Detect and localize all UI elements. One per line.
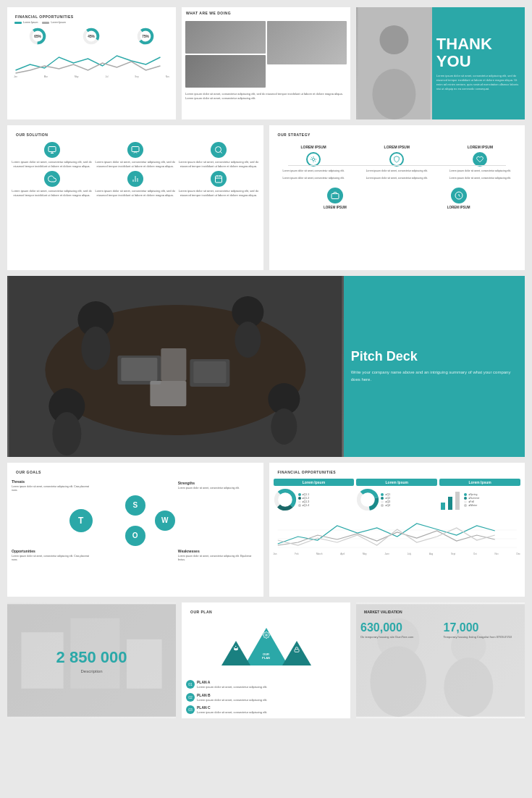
fin2-legend-item-1-1: ●Q1.1 [298, 493, 310, 496]
solution-icon-circle-3 [211, 142, 227, 158]
fin2-dot-3-2 [464, 497, 467, 500]
solution-item-2: Lorem ipsum dolor sit amet, consectetur … [95, 142, 175, 168]
solution-icons-grid: Lorem ipsum dolor sit amet, consectetur … [12, 142, 259, 197]
solution-icon-circle-4 [44, 171, 60, 187]
legend-color-2 [42, 22, 49, 24]
plan-center-triangle: OUR PLAN [245, 628, 288, 665]
fin2-donut-svg-2 [356, 488, 379, 511]
donut-svg-3: 75% [135, 26, 156, 46]
threats-title: Threats [12, 479, 93, 484]
strategy-bottom-icon-1 [331, 191, 339, 200]
fin2-legend-item-2-2: ●Q2 [381, 497, 390, 500]
solution-icon-circle-1 [44, 142, 60, 158]
fin2-chart-row: ●Q1.1 ●Q1.2 ●Q1.3 ●Q1.4 ●Q1 ●Q2 ●Q3 ●Q4 [274, 488, 521, 511]
fin2-legend-item-3-4: ●Winter [464, 504, 479, 507]
plan-item-2: 02 PLAN B Lorem ipsum dolor sit amet, co… [186, 693, 346, 702]
strategy-bottom-icon-2 [455, 191, 463, 200]
plan-item-3: 03 PLAN C Lorem ipsum dolor sit amet, co… [186, 705, 346, 715]
svg-text:75%: 75% [142, 35, 149, 38]
solution-text-4: Lorem ipsum dolor sit amet, consectetur … [12, 189, 92, 197]
plan-text-2: PLAN B Lorem ipsum dolor sit amet, conse… [197, 693, 267, 702]
fin2-dot-1-1 [298, 493, 301, 496]
fin2-legend-item-3-2: ●Summer [464, 497, 479, 500]
strengths-text: Lorem ipsum dolor sit amet, consectetur … [178, 487, 259, 490]
svg-rect-51 [448, 497, 452, 510]
strategy-label-3: LOREM IPSUM [468, 145, 493, 149]
legend-item-2: Lorem Ipsum [42, 21, 65, 24]
line-chart-1 [11, 50, 172, 75]
market-content-block: MARKET VALIDATION 630,000 On temporary h… [360, 606, 520, 639]
donut-chart-1: 65% [28, 26, 48, 46]
solution-text-5: Lorem ipsum dolor sit amet, consectetur … [95, 189, 175, 197]
fin2-legend-item-1-4: ●Q1.4 [298, 504, 310, 507]
fin2-legend-2: ●Q1 ●Q2 ●Q3 ●Q4 [381, 493, 390, 507]
solution-item-6: Lorem ipsum dolor sit amet, consectetur … [178, 171, 258, 197]
strategy-content: LOREM IPSUM Lorem ipsum dolor sit amet, … [274, 145, 521, 209]
opportunities-label-area: Opportunities Lorem ipsum dolor sit amet… [12, 549, 93, 562]
svg-text:45%: 45% [88, 35, 96, 38]
strategy-bottom-1: LOREM IPSUM [324, 188, 347, 209]
pitch-deck-title: Pitch Deck [351, 350, 518, 364]
slide-market-validation: MARKET VALIDATION 630,000 On temporary h… [356, 602, 525, 718]
strategy-bottom-label-1: LOREM IPSUM [324, 206, 347, 209]
solution-item-4: Lorem ipsum dolor sit amet, consectetur … [12, 171, 92, 197]
thank-you-image [356, 7, 432, 119]
donut-charts-row: 65% 45% 75% [11, 26, 172, 46]
fin2-dot-2-4 [381, 504, 384, 507]
fin2-dot-2-1 [381, 493, 384, 496]
strategy-top-columns: LOREM IPSUM Lorem ipsum dolor sit amet, … [274, 145, 521, 180]
plan-text-1: PLAN A Lorem ipsum dolor sit amet, conse… [197, 680, 267, 689]
strategy-bottom-2: LOREM IPSUM [447, 188, 470, 209]
swot-W-circle: W [155, 511, 175, 531]
legend-color-1 [14, 22, 22, 24]
market-stat-1: 630,000 On temporary housing site GumTre… [360, 622, 438, 639]
plan-items-list: 01 PLAN A Lorem ipsum dolor sit amet, co… [186, 680, 346, 715]
slide2-title: WHAT ARE WE DOING [182, 7, 350, 17]
strategy-text-2: Lorem ipsum dolor sit amet, consectetur … [366, 169, 428, 180]
slide2-text: Lorem ipsum dolor sit amet, consectetur … [182, 89, 350, 104]
strategy-icon-2 [393, 156, 400, 163]
fin2-dot-3-1 [464, 493, 467, 496]
bar-chart-icon [131, 175, 140, 183]
strategy-icon-3 [476, 156, 484, 163]
swot-center-circles: S W O [96, 495, 175, 546]
slide5-title: OUR STRATEGY [274, 129, 521, 139]
strategy-circle-1 [306, 152, 321, 167]
svg-rect-52 [455, 492, 460, 510]
svg-rect-21 [215, 176, 221, 182]
monitor-icon [48, 146, 56, 154]
swot-O-circle: O [125, 526, 145, 546]
plan-label-inside: OUR PLAN [262, 652, 270, 660]
plan-item-1-title: PLAN A [197, 680, 267, 685]
fin2-chart-3: ●Spring ●Summer ●Fall ●Winter [439, 488, 520, 511]
svg-rect-12 [48, 147, 56, 152]
thank-you-body-text: Lorem ipsum dolor sit amet, consectetur … [436, 74, 520, 91]
calendar-icon [214, 175, 223, 183]
thank-you-image-bg [356, 7, 432, 119]
strategy-bottom-row: LOREM IPSUM LOREM IPSUM [274, 188, 521, 209]
plan-text-3: PLAN C Lorem ipsum dolor sit amet, conse… [197, 705, 267, 715]
solution-item-3: Lorem ipsum dolor sit amet, consectetur … [178, 142, 258, 168]
slide-stats: 2 850 000 Description [7, 602, 176, 718]
market-stat-2: 17,000 Temporary housing listing Craigsl… [444, 622, 521, 639]
plan-item-1: 01 PLAN A Lorem ipsum dolor sit amet, co… [186, 680, 346, 689]
svg-rect-61 [295, 650, 299, 652]
fin2-legend-item-2-4: ●Q4 [381, 504, 390, 507]
legend-item-1: Lorem Ipsum [14, 21, 38, 24]
svg-point-64 [370, 647, 426, 717]
threats-label-area: Threats Lorem ipsum dolor sit amet, cons… [12, 479, 93, 492]
plan-gear-icon [263, 631, 270, 639]
plan-right-triangle [282, 641, 311, 665]
plan-left-triangle [221, 641, 250, 665]
donut-svg-1: 65% [28, 26, 48, 46]
solution-icon-circle-5 [127, 171, 143, 187]
solution-text-6: Lorem ipsum dolor sit amet, consectetur … [178, 189, 258, 197]
plan-num-3: 03 [186, 705, 195, 714]
slide2-photos [182, 17, 350, 89]
fin2-dot-2-3 [381, 500, 384, 503]
slide1-title: FINANCIAL OPPORTUNITIES [11, 11, 172, 21]
cloud-icon [48, 175, 56, 183]
strategy-label-1: LOREM IPSUM [300, 145, 326, 149]
strengths-title: Strengths [178, 481, 259, 485]
slide4-title: OUR SOLUTION [12, 129, 259, 139]
